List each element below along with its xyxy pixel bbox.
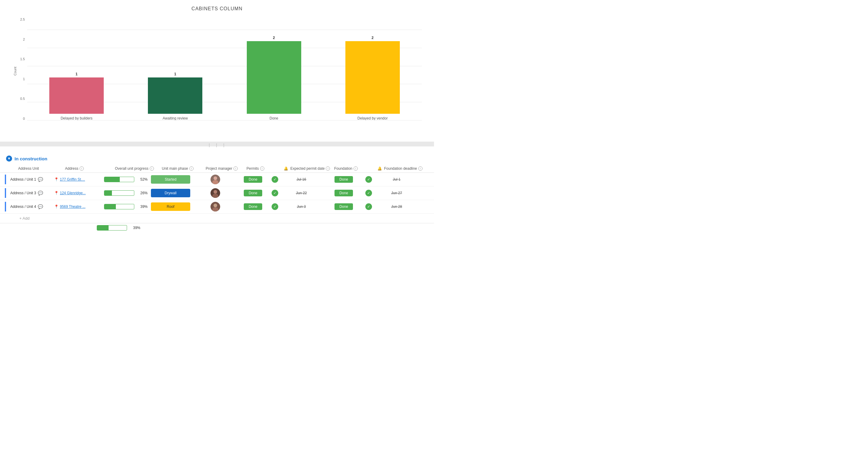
cell-unit3-progress: 26% [104, 190, 151, 196]
unit4-permits-badge[interactable]: Done [244, 203, 262, 210]
phase-info-icon[interactable]: i [189, 167, 193, 171]
unit4-phase-badge[interactable]: Roof [151, 202, 190, 211]
table-row: Address / Unit 1 💬 📍 177 Griffin St.... … [0, 173, 434, 186]
unit4-foundation-deadline-text: Jun 28 [391, 205, 402, 209]
group-toggle[interactable]: ▼ [6, 155, 12, 161]
bar-label-2: Awaiting review [148, 116, 202, 120]
unit1-progress-fill [104, 177, 120, 182]
manager-info-icon[interactable]: i [234, 167, 238, 171]
cell-unit1-foundation-deadline: Jul 1 [373, 177, 420, 181]
unit1-foundation-deadline-text: Jul 1 [393, 177, 400, 181]
group-name[interactable]: In construction [14, 156, 47, 161]
bar-group-delayed-builders: 1 Delayed by builders [27, 30, 126, 120]
cell-unit4-addr: 📍 9569 Theatre ... [54, 205, 104, 209]
bars-wrapper: 1 Delayed by builders 1 Awaiting review … [27, 30, 422, 132]
unit3-check-2: ✓ [365, 190, 372, 196]
unit1-permit-date-text: Jul 16 [297, 177, 306, 181]
foundation-info-icon[interactable]: i [353, 167, 358, 171]
bar-done [247, 41, 301, 114]
cell-unit3-foundation-deadline: Jun 27 [373, 191, 420, 195]
unit3-name-text: Address / Unit 3 [10, 191, 36, 195]
permit-date-info-icon[interactable]: i [326, 167, 330, 171]
unit1-avatar [211, 175, 220, 184]
col-header-phase: Unit main phase i [162, 167, 206, 171]
unit4-permit-date-text: Jun 3 [297, 205, 306, 209]
unit3-foundation-deadline-text: Jun 27 [391, 191, 402, 195]
cell-unit1-addr: 📍 177 Griffin St.... [54, 177, 104, 181]
cell-unit4-permits: Done [236, 203, 270, 210]
bar-delayed-builders [49, 78, 104, 114]
bar-awaiting-review [148, 78, 202, 114]
col-header-foundation-deadline-label: Foundation deadline [384, 167, 417, 171]
bar-value-3: 2 [273, 36, 275, 40]
cell-unit1-permits: Done [236, 176, 270, 183]
svg-point-4 [214, 190, 217, 194]
svg-point-7 [214, 204, 217, 207]
unit3-permits-badge[interactable]: Done [244, 190, 262, 196]
bell-icon-2: 🔔 [377, 167, 382, 171]
cell-unit3-permits: Done [236, 190, 270, 196]
col-header-address-label: Address [65, 167, 78, 171]
cell-unit4-name: Address / Unit 4 💬 [7, 204, 54, 209]
table-section: ▼ In construction Address Unit Address i… [0, 146, 434, 238]
unit1-progress-pct: 52% [137, 177, 148, 181]
unit3-progress-fill [104, 190, 112, 196]
cell-unit1-manager [195, 175, 236, 184]
add-row[interactable]: + Add [0, 214, 434, 223]
unit3-comment-icon[interactable]: 💬 [38, 190, 43, 196]
bar-group-awaiting-review: 1 Awaiting review [126, 30, 224, 120]
permits-info-icon[interactable]: i [260, 167, 264, 171]
y-label-2: 2 [23, 37, 25, 41]
table-row: Address / Unit 3 💬 📍 124 Glenridge... 26… [0, 186, 434, 200]
divider-bar: ⋮ ⋮ ⋮ [0, 144, 434, 146]
cell-unit4-manager [195, 202, 236, 211]
unit4-location-icon: 📍 [54, 205, 59, 209]
unit4-foundation-badge[interactable]: Done [335, 203, 353, 210]
bar-label-3: Done [247, 116, 301, 120]
unit3-addr-text[interactable]: 124 Glenridge... [60, 191, 86, 195]
unit1-comment-icon[interactable]: 💬 [38, 177, 43, 182]
bar-delayed-vendor [345, 41, 400, 114]
unit1-addr-text[interactable]: 177 Griffin St.... [60, 177, 85, 181]
unit4-progress-fill [104, 204, 116, 209]
unit4-addr-text[interactable]: 9569 Theatre ... [60, 205, 86, 209]
unit4-progress-pct: 39% [137, 205, 148, 209]
y-label-0: 0 [23, 117, 25, 120]
unit3-foundation-badge[interactable]: Done [335, 190, 353, 196]
unit4-avatar [211, 202, 220, 211]
divider-dots: ⋮ ⋮ ⋮ [207, 143, 227, 148]
unit1-phase-badge[interactable]: Started [151, 175, 190, 184]
bar-label-4: Delayed by vendor [345, 116, 400, 120]
cell-unit3-bell1: ✓ [270, 190, 279, 196]
col-header-address-name: Address Unit [18, 167, 65, 171]
y-axis-label: Count [13, 66, 17, 75]
foundation-deadline-info-icon[interactable]: i [418, 167, 423, 171]
cell-unit1-bell1: ✓ [270, 176, 279, 183]
page: CABINETS COLUMN 2.5 2 1.5 1 0.5 0 [0, 0, 434, 238]
cell-unit1-foundation: Done [323, 176, 364, 183]
unit1-check-2: ✓ [365, 176, 372, 183]
bars-container: 1 Delayed by builders 1 Awaiting review … [27, 30, 422, 132]
chart-section: CABINETS COLUMN 2.5 2 1.5 1 0.5 0 [0, 0, 434, 144]
unit3-progress-bar [104, 190, 134, 196]
unit3-progress-pct: 26% [137, 191, 148, 195]
y-label-05: 0.5 [20, 97, 25, 100]
unit3-phase-badge[interactable]: Drywall [151, 189, 190, 197]
address-info-icon[interactable]: i [80, 167, 84, 171]
cell-unit4-phase: Roof [151, 202, 195, 211]
unit1-location-icon: 📍 [54, 177, 59, 181]
column-headers: Address Unit Address i Overall unit prog… [0, 165, 434, 173]
bar-group-done: 2 Done [225, 30, 323, 120]
cell-unit4-bell2: ✓ [364, 203, 373, 210]
unit1-permits-badge[interactable]: Done [244, 176, 262, 183]
unit4-check-1: ✓ [272, 203, 278, 210]
bar-value-4: 2 [372, 36, 374, 40]
bell-icon-1: 🔔 [284, 167, 288, 171]
unit1-foundation-badge[interactable]: Done [335, 176, 353, 183]
y-label-1: 1 [23, 77, 25, 81]
unit4-comment-icon[interactable]: 💬 [38, 204, 43, 209]
progress-info-icon[interactable]: i [150, 167, 154, 171]
cell-unit1-permit-date: Jul 16 [279, 177, 323, 181]
add-row-label[interactable]: + Add [19, 216, 30, 220]
col-header-phase-label: Unit main phase [162, 167, 188, 171]
